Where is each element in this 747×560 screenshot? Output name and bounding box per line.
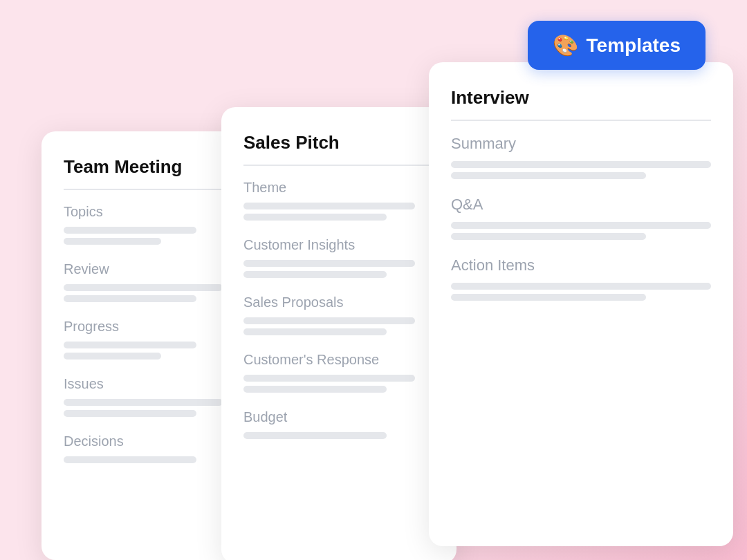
card2-label-customers-response: Customer's Response [243,352,434,368]
scene: 🎨 Templates Team Meeting Topics Review P… [0,0,747,560]
card2-label-sales-proposals: Sales Proposals [243,295,434,310]
bar [64,410,196,417]
bar [243,317,415,324]
card2-section-budget: Budget [243,409,434,439]
bar [64,227,196,234]
sales-pitch-card: Sales Pitch Theme Customer Insights Sale… [221,107,456,560]
card3-label-summary: Summary [451,135,711,153]
bar [451,233,646,240]
card2-section-theme: Theme [243,180,434,221]
card1-section-review: Review [64,261,241,302]
card1-divider [64,189,241,190]
card2-section-customer-insights: Customer Insights [243,237,434,278]
card2-divider [243,165,434,166]
bar [64,342,196,348]
bar [64,295,196,302]
card1-label-decisions: Decisions [64,433,241,449]
card2-section-sales-proposals: Sales Proposals [243,295,434,335]
card1-title: Team Meeting [64,156,241,178]
bar [64,284,223,291]
bar [451,172,646,179]
card2-label-customer-insights: Customer Insights [243,237,434,253]
card2-section-customers-response: Customer's Response [243,352,434,393]
bar [451,283,711,290]
bar [243,432,387,439]
bar [243,375,415,382]
bar [243,328,387,335]
card2-label-budget: Budget [243,409,434,425]
card3-section-summary: Summary [451,135,711,179]
templates-label: Templates [587,35,681,57]
card1-section-issues: Issues [64,376,241,417]
card1-label-progress: Progress [64,319,241,335]
card3-divider [451,120,711,121]
bar [64,238,161,245]
bar [243,214,387,221]
card1-label-issues: Issues [64,376,241,392]
card2-title: Sales Pitch [243,132,434,153]
card3-label-action-items: Action Items [451,256,711,274]
templates-button[interactable]: 🎨 Templates [528,21,706,70]
bar [243,260,415,267]
bar [243,386,387,393]
card2-label-theme: Theme [243,180,434,196]
card1-section-topics: Topics [64,204,241,245]
interview-card: Interview Summary Q&A Action Items [429,62,733,546]
bar [451,161,711,168]
bar [243,203,415,209]
bar [451,222,711,229]
card1-label-topics: Topics [64,204,241,220]
bar [64,353,161,360]
card1-label-review: Review [64,261,241,277]
card3-section-qa: Q&A [451,196,711,240]
card3-label-qa: Q&A [451,196,711,214]
card3-title: Interview [451,87,711,109]
bar [451,294,646,301]
bar [64,456,196,463]
card1-section-progress: Progress [64,319,241,360]
bar [243,271,387,278]
templates-icon: 🎨 [553,33,578,57]
bar [64,399,223,406]
card1-section-decisions: Decisions [64,433,241,463]
card3-section-action-items: Action Items [451,256,711,301]
